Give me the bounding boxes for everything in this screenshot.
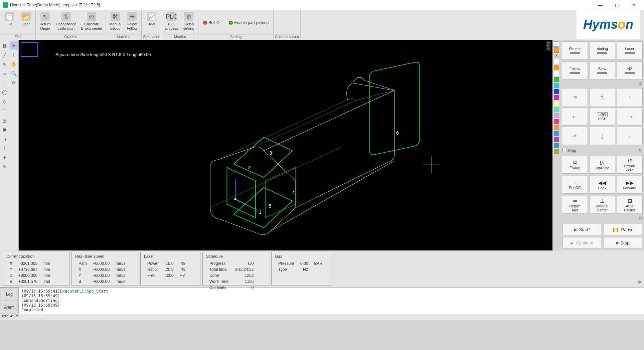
jog-down-button[interactable]: ↓ [589,127,615,145]
forward-btn[interactable]: ▶▶Forward [617,176,643,194]
ptloc-btn[interactable]: →.Pt LOC [562,176,588,194]
holder-follow-btn-icon: ✳ [127,12,137,21]
minimize-button[interactable]: — [593,1,608,9]
return-mid-btn[interactable]: ⇔Return Mid [562,196,588,214]
layer-swatch-11[interactable] [554,125,559,130]
layer-swatch-4[interactable] [554,83,559,88]
aiming-btn[interactable]: Aiming [589,41,615,59]
box-tool[interactable]: ▢ [1,107,9,115]
value-cell: Type [276,267,297,272]
layer-swatch-12[interactable] [554,131,559,136]
shape-tool[interactable]: ◇ [1,98,9,106]
close-button[interactable]: ✕ [626,1,641,9]
grid-icon[interactable]: ▦ [1,41,9,49]
pointer-tool[interactable]: ➤ [10,41,18,49]
value-cell: Z [7,273,15,278]
layer-swatch-14[interactable] [554,143,559,148]
step-settings-icon[interactable]: ⚙ [638,148,642,153]
layer-swatch-5[interactable] [554,89,559,94]
layer-check-icon[interactable]: ✓ [554,41,559,47]
plc-process-btn[interactable]: PLCPLCprocess [163,11,180,34]
control-settings-icon[interactable]: ⚙ [639,81,643,86]
rotate-cw-icon[interactable]: ⟳ [562,127,588,145]
layer-close-icon[interactable]: ✕ [555,53,558,58]
speed-toggle[interactable]: LOWHIGH [589,108,615,126]
pause-button[interactable]: ❚❚Pause [603,224,642,235]
status-settings-icon[interactable]: ⚙ [638,280,641,285]
layer-swatch-0[interactable] [554,59,559,64]
origin-tool[interactable]: ✦ [1,154,9,162]
layer-swatch-15[interactable] [554,149,559,154]
manual-debug-btn[interactable]: 🛠Manualdebug [107,11,123,34]
calibrate-b-axis-btn[interactable]: ◎CalibrateB-axis center [79,11,104,34]
laser-btn[interactable]: Laser [617,41,643,59]
line-tool[interactable]: ╱ [1,51,9,59]
tool-btn[interactable]: 📈Tool [144,11,160,34]
grid-settings-icon[interactable]: ⚙ [639,216,643,220]
maximize-button[interactable]: ▢ [609,1,625,9]
stop-button[interactable]: ■Stop [603,237,642,248]
alarm-tab[interactable]: Alarm [0,301,19,314]
return-origin-btn[interactable]: ↖ReturnOrigin [37,11,53,34]
layer-swatch-3[interactable] [554,77,559,82]
return-zero-btn[interactable]: ↺Return Zero [617,156,643,174]
dryrun-btn[interactable]: ▷DryRun* [589,156,615,174]
log-output[interactable]: (09/13 15:59:41)ExecutePLC:App_Start(09/… [19,288,644,314]
tool-down-icon[interactable]: ⤓ [617,127,643,145]
tool-btn-icon: 📈 [147,12,156,21]
global-setting-btn[interactable]: ⚙Globalsetting [181,11,197,34]
status-line: 6:0:14:276 [0,314,644,320]
zoom-tool[interactable]: 🔍 [10,69,18,77]
open-btn[interactable]: 📂Open [18,11,34,34]
cap-calib-btn[interactable]: ⇅Capacitancecalibration [54,11,78,34]
calibrate-b-axis-btn-icon: ◎ [87,12,96,21]
follow-btn[interactable]: Follow [562,61,588,79]
jog-right-button[interactable]: → [617,108,643,126]
jog-left-button[interactable]: ← [562,108,588,126]
layer-swatch-8[interactable] [554,107,559,112]
back-btn[interactable]: ◀◀Back [589,176,615,194]
table-tool[interactable]: ▤ [1,116,9,124]
bell-off-toggle[interactable]: ✕Bell Off [200,11,225,34]
node-tool[interactable]: ⊹ [10,51,18,59]
layer-swatch-2[interactable] [554,71,559,76]
layer-swatch-13[interactable] [554,137,559,142]
step-checkbox[interactable]: Step [562,148,576,153]
frame-btn[interactable]: ⧉Frame [562,156,588,174]
shutter-btn[interactable]: Shutter [562,41,588,59]
manual-center-btn[interactable]: ⊥Manual Center [589,196,615,214]
layer-tab-label[interactable]: Layer [546,41,551,51]
auto-center-btn[interactable]: ⊞Auto Center [617,196,643,214]
layer-swatch-9[interactable] [554,113,559,118]
holder-follow-btn[interactable]: ✳HolderFollow [124,11,140,34]
text-tool[interactable]: ▣ [1,126,9,134]
panel-schedule: Schedule Progress0/0Total time0-12:24:22… [202,252,269,286]
continue-button[interactable]: ▶Continue [562,237,601,248]
jog-up-button[interactable]: ↑ [589,88,615,106]
rotate-ccw-icon[interactable]: ⟲ [562,88,588,106]
viewport[interactable]: Square tube Side length20 X R1.8 X Lengt… [19,40,552,250]
n2-btn[interactable]: N2 [617,61,643,79]
droplet-tool[interactable]: 🯊 [1,135,9,143]
tool-up-icon[interactable]: ⤒ [617,88,643,106]
start-button[interactable]: ▶Start* [562,224,601,235]
layer-swatch-6[interactable] [554,95,559,100]
log-tab[interactable]: Log [0,288,19,301]
share-tool[interactable]: ⤴ [1,144,9,152]
curve-tool[interactable]: ∿ [1,60,9,68]
part-picking-toggle[interactable]: ●Enable part-picking [225,11,272,34]
open-btn-icon: 📂 [21,12,31,21]
file-btn[interactable]: 📄File [1,11,17,34]
value-cell: 0 [232,285,256,290]
parallel-tool[interactable]: ║ [1,79,9,87]
pen-tool[interactable]: ✎ [1,163,9,171]
layer-swatch-7[interactable] [554,101,559,106]
blow-btn[interactable]: Blow [589,61,615,79]
layer-swatch-10[interactable] [554,119,559,124]
layer-swatch-1[interactable] [554,65,559,70]
rect-tool[interactable]: ▭ [1,69,9,77]
circle-tool[interactable]: ◯ [1,88,9,96]
rotate-tool[interactable]: ⟳ [10,79,18,87]
checkmark-icon[interactable]: ✓ [554,47,559,53]
pan-tool[interactable]: ✋ [10,60,18,68]
